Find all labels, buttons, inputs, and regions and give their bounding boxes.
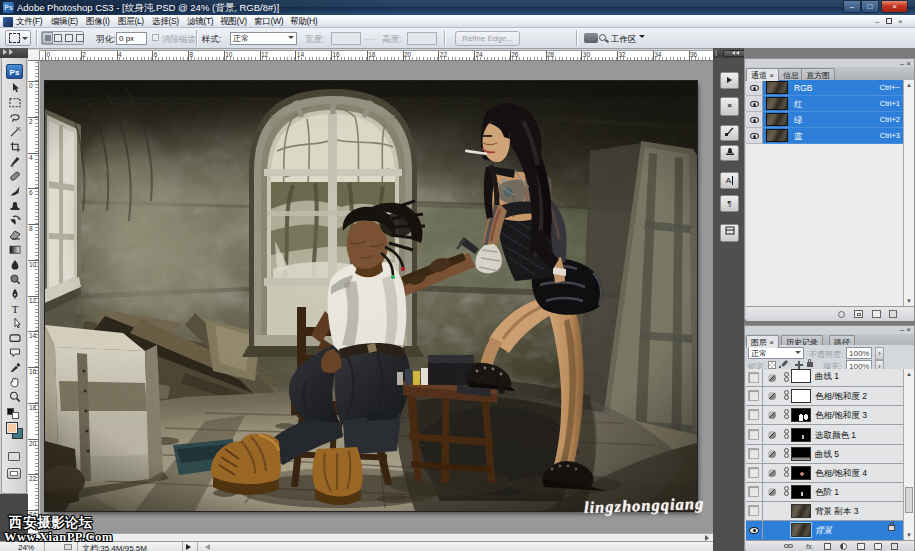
svg-text:T: T: [12, 303, 19, 315]
